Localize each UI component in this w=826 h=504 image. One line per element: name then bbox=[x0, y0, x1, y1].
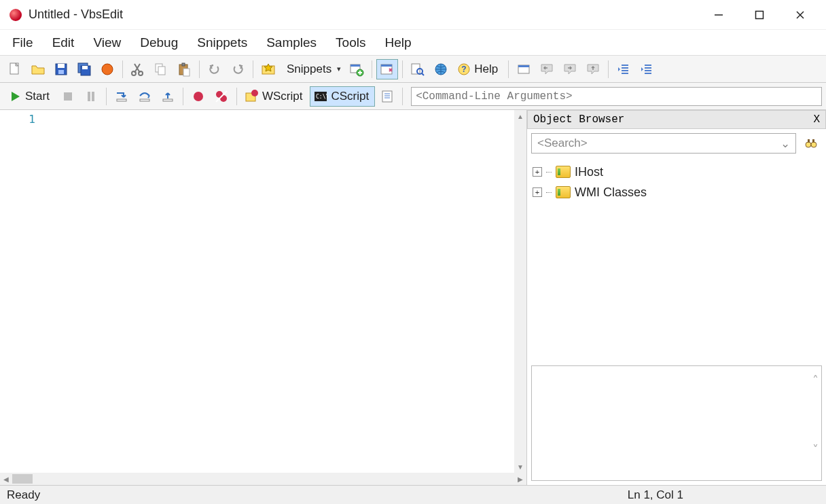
globe-icon bbox=[433, 62, 448, 77]
menu-snippets[interactable]: Snippets bbox=[189, 33, 255, 53]
tree-connector bbox=[546, 192, 552, 193]
code-editor[interactable] bbox=[41, 110, 514, 473]
chevron-up-icon[interactable]: ˄ bbox=[812, 373, 819, 388]
step-into-button[interactable] bbox=[111, 86, 132, 107]
undo-button[interactable] bbox=[204, 59, 226, 79]
nav-fwd-button[interactable] bbox=[559, 59, 581, 79]
wscript-label: WScript bbox=[259, 90, 306, 103]
stop-icon bbox=[60, 89, 75, 104]
command-args-field[interactable] bbox=[411, 87, 822, 106]
expand-icon[interactable]: + bbox=[533, 167, 542, 177]
menu-view[interactable]: View bbox=[85, 33, 129, 53]
add-snippet-button[interactable] bbox=[346, 59, 367, 79]
stop-button[interactable] bbox=[57, 86, 79, 107]
nav-back-button[interactable] bbox=[536, 59, 558, 79]
scroll-up-icon[interactable]: ▲ bbox=[514, 110, 526, 122]
save-all-icon bbox=[77, 62, 92, 77]
cut-button[interactable] bbox=[127, 59, 149, 79]
menu-samples[interactable]: Samples bbox=[258, 33, 325, 53]
scroll-left-icon[interactable]: ◀ bbox=[0, 473, 12, 485]
object-browser-search-row: <Search> ⌄ bbox=[527, 129, 826, 158]
close-button[interactable] bbox=[780, 0, 821, 30]
clear-breakpoints-icon bbox=[214, 89, 229, 104]
line-number: 1 bbox=[0, 113, 35, 126]
cscript-button[interactable]: C:\\ CScript bbox=[310, 86, 375, 107]
new-file-icon bbox=[7, 62, 22, 77]
object-browser-search[interactable]: <Search> ⌄ bbox=[531, 133, 796, 154]
snippets-dropdown[interactable]: Snippets bbox=[281, 59, 344, 79]
snippets-button[interactable] bbox=[257, 59, 279, 79]
wscript-button[interactable]: WScript bbox=[241, 86, 309, 107]
search-go-button[interactable] bbox=[800, 133, 822, 154]
save-button[interactable] bbox=[50, 59, 72, 79]
web-button[interactable] bbox=[430, 59, 452, 79]
step-into-icon bbox=[114, 89, 129, 104]
indent-button[interactable] bbox=[636, 59, 658, 79]
breakpoint-icon bbox=[191, 89, 206, 104]
open-button[interactable] bbox=[27, 59, 49, 79]
editor-hscroll[interactable]: ◀ ▶ bbox=[0, 473, 526, 485]
svg-rect-35 bbox=[92, 92, 94, 101]
svg-rect-34 bbox=[88, 92, 90, 101]
separator bbox=[253, 60, 253, 78]
expand-icon[interactable]: + bbox=[533, 187, 542, 197]
chevron-down-icon[interactable]: ˅ bbox=[812, 442, 819, 457]
help-button[interactable]: ?Help bbox=[453, 59, 504, 79]
object-browser-header: Object Browser X bbox=[527, 110, 826, 129]
step-over-button[interactable] bbox=[134, 86, 156, 107]
scroll-track[interactable] bbox=[12, 473, 514, 485]
scroll-right-icon[interactable]: ▶ bbox=[514, 473, 526, 485]
panel-close-button[interactable]: X bbox=[813, 113, 820, 126]
doc-icon bbox=[380, 89, 395, 104]
svg-rect-24 bbox=[381, 65, 392, 67]
copy-button[interactable] bbox=[150, 59, 172, 79]
tree-item-wmi-classes[interactable]: + WMI Classes bbox=[533, 182, 821, 202]
menu-file[interactable]: File bbox=[4, 33, 41, 53]
outdent-icon bbox=[616, 62, 631, 77]
pause-button[interactable] bbox=[80, 86, 102, 107]
snippets-label: Snippets bbox=[284, 62, 334, 76]
doc-button[interactable] bbox=[376, 86, 398, 107]
menu-debug[interactable]: Debug bbox=[132, 33, 186, 53]
menu-tools[interactable]: Tools bbox=[327, 33, 374, 53]
object-detail-pane: ˄ ˅ bbox=[531, 365, 822, 481]
svg-point-39 bbox=[194, 92, 203, 101]
svg-rect-36 bbox=[117, 99, 126, 101]
menu-edit[interactable]: Edit bbox=[44, 33, 83, 53]
undo-icon bbox=[207, 62, 222, 77]
editor-vscroll[interactable]: ▲ ▼ bbox=[514, 110, 526, 473]
status-message: Ready bbox=[7, 488, 40, 502]
scroll-thumb[interactable] bbox=[12, 474, 33, 484]
maximize-button[interactable] bbox=[739, 0, 780, 30]
help-label: Help bbox=[471, 62, 501, 76]
start-button[interactable]: Start bbox=[4, 86, 56, 107]
object-tree[interactable]: + IHost + WMI Classes bbox=[527, 158, 826, 361]
cursor-position: Ln 1, Col 1 bbox=[628, 488, 683, 502]
binoculars-icon bbox=[804, 136, 819, 151]
tree-item-label: WMI Classes bbox=[575, 185, 647, 200]
separator bbox=[402, 60, 403, 78]
chat-fwd-icon bbox=[562, 62, 577, 77]
class-icon bbox=[556, 166, 571, 178]
find-button[interactable] bbox=[407, 59, 429, 79]
toggle-panel-button[interactable] bbox=[376, 59, 398, 79]
record-button[interactable] bbox=[96, 59, 118, 79]
paste-button[interactable] bbox=[173, 59, 195, 79]
menu-help[interactable]: Help bbox=[376, 33, 419, 53]
outdent-button[interactable] bbox=[613, 59, 634, 79]
command-args-input[interactable] bbox=[411, 87, 822, 106]
tree-item-ihost[interactable]: + IHost bbox=[533, 162, 821, 182]
svg-point-11 bbox=[102, 64, 113, 75]
window-button[interactable] bbox=[513, 59, 535, 79]
step-out-button[interactable] bbox=[157, 86, 179, 107]
scroll-down-icon[interactable]: ▼ bbox=[514, 461, 526, 473]
redo-button[interactable] bbox=[227, 59, 249, 79]
clear-breakpoints-button[interactable] bbox=[211, 86, 232, 107]
svg-rect-38 bbox=[163, 99, 173, 101]
save-all-button[interactable] bbox=[73, 59, 95, 79]
breakpoint-button[interactable] bbox=[187, 86, 209, 107]
minimize-button[interactable] bbox=[698, 0, 739, 30]
new-button[interactable] bbox=[4, 59, 26, 79]
redo-icon bbox=[230, 62, 245, 77]
nav-up-button[interactable] bbox=[582, 59, 604, 79]
